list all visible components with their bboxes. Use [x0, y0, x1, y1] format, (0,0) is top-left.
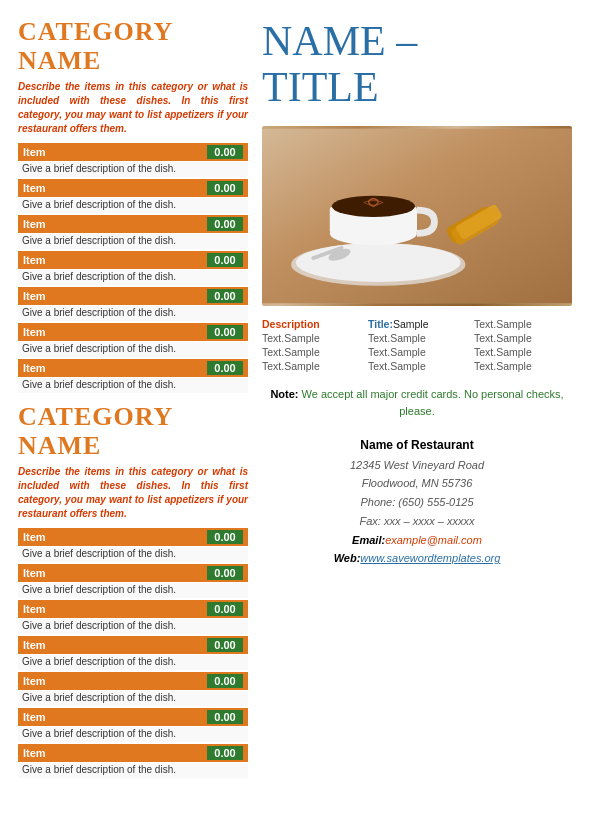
menu-item-price: 0.00 [207, 361, 243, 375]
menu-item-price: 0.00 [207, 325, 243, 339]
menu-item-price: 0.00 [207, 602, 243, 616]
info-cell: Text.Sample [474, 332, 572, 344]
menu-item-desc: Give a brief description of the dish. [18, 306, 248, 321]
info-cell: Text.Sample [368, 346, 466, 358]
rest-fax: Fax: xxx – xxxx – xxxxx [262, 512, 572, 531]
menu-item-desc: Give a brief description of the dish. [18, 619, 248, 634]
menu-item-name: Item [23, 182, 46, 194]
menu-item-name: Item [23, 639, 46, 651]
food-image [262, 126, 572, 306]
menu-item-row: Item 0.00 [18, 528, 248, 546]
category-2-desc: Describe the items in this category or w… [18, 465, 248, 521]
rest-name: Name of Restaurant [262, 435, 572, 455]
menu-item-desc: Give a brief description of the dish. [18, 270, 248, 285]
menu-item-price: 0.00 [207, 710, 243, 724]
menu-item-desc: Give a brief description of the dish. [18, 547, 248, 562]
right-column: NAME – TITLE [262, 18, 572, 819]
rest-city: Floodwood, MN 55736 [262, 474, 572, 493]
menu-item-row: Item 0.00 [18, 251, 248, 269]
menu-item-name: Item [23, 675, 46, 687]
menu-item-row: Item 0.00 [18, 287, 248, 305]
info-col2-header: Title:Sample [368, 318, 466, 330]
menu-item-price: 0.00 [207, 638, 243, 652]
menu-item-row: Item 0.00 [18, 359, 248, 377]
category-1-name: CATEGORY NAME [18, 18, 248, 75]
menu-item-name: Item [23, 254, 46, 266]
menu-item-row: Item 0.00 [18, 600, 248, 618]
rest-email: Email:example@mail.com [262, 531, 572, 550]
menu-item-price: 0.00 [207, 253, 243, 267]
info-cell: Text.Sample [262, 332, 360, 344]
category-2-items: Item 0.00 Give a brief description of th… [18, 528, 248, 778]
menu-item-row: Item 0.00 [18, 636, 248, 654]
menu-item-name: Item [23, 146, 46, 158]
menu-item-name: Item [23, 218, 46, 230]
menu-item-row: Item 0.00 [18, 143, 248, 161]
menu-item-name: Item [23, 290, 46, 302]
category-2-name: CATEGORY NAME [18, 403, 248, 460]
rest-email-value[interactable]: example@mail.com [385, 534, 482, 546]
left-column: CATEGORY NAME Describe the items in this… [18, 18, 248, 819]
menu-item-desc: Give a brief description of the dish. [18, 691, 248, 706]
menu-item-price: 0.00 [207, 181, 243, 195]
page: CATEGORY NAME Describe the items in this… [0, 0, 590, 831]
menu-item-name: Item [23, 567, 46, 579]
info-col1-header: Description [262, 318, 360, 330]
rest-phone: Phone: (650) 555-0125 [262, 493, 572, 512]
rest-web: Web:www.savewordtemplates.org [262, 549, 572, 568]
rest-address: 12345 West Vineyard Road [262, 456, 572, 475]
svg-point-6 [330, 222, 417, 245]
menu-item-row: Item 0.00 [18, 215, 248, 233]
note-label: Note: [270, 388, 298, 400]
restaurant-title: NAME – TITLE [262, 18, 572, 110]
menu-item-row: Item 0.00 [18, 744, 248, 762]
info-cell: Text.Sample [474, 360, 572, 372]
menu-item-price: 0.00 [207, 217, 243, 231]
rest-web-label: Web: [334, 552, 361, 564]
menu-item-price: 0.00 [207, 289, 243, 303]
category-1-items: Item 0.00 Give a brief description of th… [18, 143, 248, 393]
menu-item-name: Item [23, 711, 46, 723]
info-cell: Text.Sample [368, 360, 466, 372]
menu-item-name: Item [23, 326, 46, 338]
category-1: CATEGORY NAME Describe the items in this… [18, 18, 248, 393]
menu-item-desc: Give a brief description of the dish. [18, 763, 248, 778]
svg-point-3 [296, 244, 461, 283]
restaurant-info: Name of Restaurant 12345 West Vineyard R… [262, 435, 572, 568]
info-col3-header: Text.Sample [474, 318, 572, 330]
category-2: CATEGORY NAME Describe the items in this… [18, 403, 248, 778]
menu-item-desc: Give a brief description of the dish. [18, 655, 248, 670]
menu-item-desc: Give a brief description of the dish. [18, 162, 248, 177]
info-cell: Text.Sample [262, 360, 360, 372]
menu-item-name: Item [23, 747, 46, 759]
note-section: Note: We accept all major credit cards. … [262, 386, 572, 419]
menu-item-name: Item [23, 603, 46, 615]
menu-item-price: 0.00 [207, 746, 243, 760]
menu-item-desc: Give a brief description of the dish. [18, 234, 248, 249]
category-1-desc: Describe the items in this category or w… [18, 80, 248, 136]
info-table: Description Title:Sample Text.Sample Tex… [262, 318, 572, 372]
menu-item-row: Item 0.00 [18, 179, 248, 197]
menu-item-name: Item [23, 362, 46, 374]
menu-item-price: 0.00 [207, 674, 243, 688]
menu-item-price: 0.00 [207, 145, 243, 159]
info-cell: Text.Sample [368, 332, 466, 344]
menu-item-price: 0.00 [207, 530, 243, 544]
menu-item-row: Item 0.00 [18, 564, 248, 582]
note-text: We accept all major credit cards. No per… [302, 388, 564, 417]
menu-item-price: 0.00 [207, 566, 243, 580]
info-cell: Text.Sample [262, 346, 360, 358]
rest-email-label: Email: [352, 534, 385, 546]
menu-item-row: Item 0.00 [18, 323, 248, 341]
menu-item-desc: Give a brief description of the dish. [18, 342, 248, 357]
menu-item-row: Item 0.00 [18, 708, 248, 726]
menu-item-desc: Give a brief description of the dish. [18, 583, 248, 598]
info-cell: Text.Sample [474, 346, 572, 358]
menu-item-desc: Give a brief description of the dish. [18, 198, 248, 213]
rest-web-value[interactable]: www.savewordtemplates.org [360, 552, 500, 564]
menu-item-desc: Give a brief description of the dish. [18, 727, 248, 742]
menu-item-name: Item [23, 531, 46, 543]
menu-item-row: Item 0.00 [18, 672, 248, 690]
menu-item-desc: Give a brief description of the dish. [18, 378, 248, 393]
